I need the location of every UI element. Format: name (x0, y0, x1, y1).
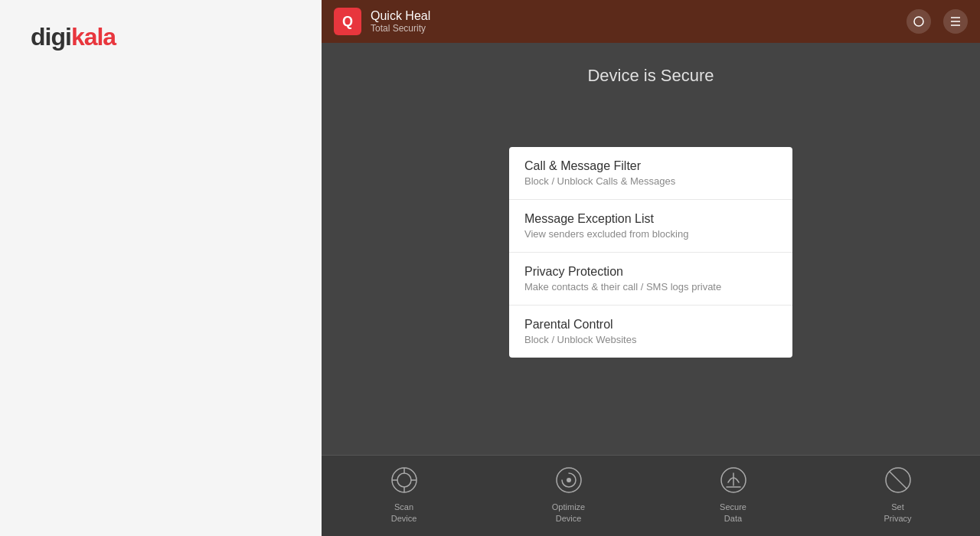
nav-scan-device[interactable]: ScanDevice (377, 463, 431, 524)
secure-data-icon (717, 463, 750, 497)
exception-list-title: Message Exception List (524, 212, 777, 226)
svg-point-0 (914, 17, 923, 26)
menu-item-call-filter[interactable]: Call & Message Filter Block / Unblock Ca… (509, 147, 792, 200)
menu-item-parental-control[interactable]: Parental Control Block / Unblock Website… (509, 306, 792, 358)
nav-secure-data[interactable]: SecureData (707, 463, 760, 524)
nav-set-privacy[interactable]: SetPrivacy (871, 463, 925, 524)
logo-digi-part: digi (31, 23, 71, 51)
app-logo-letter: Q (342, 14, 353, 30)
parental-control-title: Parental Control (524, 318, 777, 332)
header-icons (906, 9, 968, 34)
parental-control-subtitle: Block / Unblock Websites (524, 334, 777, 345)
device-status-text: Device is Secure (587, 66, 714, 86)
left-panel: digikala (0, 0, 322, 536)
right-panel: Q Quick Heal Total Security Device is Se… (322, 0, 980, 536)
set-privacy-label: SetPrivacy (884, 502, 911, 524)
header-circle-button[interactable] (906, 9, 931, 34)
nav-optimize-device[interactable]: OptimizeDevice (542, 463, 596, 524)
bottom-nav: ScanDevice OptimizeDevice (322, 455, 980, 536)
header-menu-button[interactable] (943, 9, 968, 34)
app-subtitle: Total Security (371, 23, 897, 34)
menu-card: Call & Message Filter Block / Unblock Ca… (509, 147, 792, 358)
svg-line-16 (890, 472, 906, 489)
scan-device-label: ScanDevice (391, 502, 417, 524)
call-filter-subtitle: Block / Unblock Calls & Messages (524, 175, 777, 187)
main-content: Device is Secure Call & Message Filter B… (322, 43, 980, 455)
privacy-protection-subtitle: Make contacts & their call / SMS logs pr… (524, 281, 777, 293)
digikala-logo-text: digikala (31, 23, 116, 51)
app-title: Quick Heal (371, 9, 897, 23)
optimize-device-label: OptimizeDevice (552, 502, 585, 524)
optimize-device-icon (552, 463, 586, 497)
menu-item-privacy-protection[interactable]: Privacy Protection Make contacts & their… (509, 253, 792, 306)
secure-data-label: SecureData (720, 502, 746, 524)
scan-device-icon (387, 463, 421, 497)
set-privacy-icon (881, 463, 915, 497)
svg-point-11 (567, 478, 571, 482)
app-title-block: Quick Heal Total Security (371, 9, 897, 34)
call-filter-title: Call & Message Filter (524, 159, 777, 173)
exception-list-subtitle: View senders excluded from blocking (524, 228, 777, 240)
digikala-logo: digikala (31, 23, 116, 51)
app-logo-icon: Q (334, 8, 361, 35)
svg-point-5 (397, 473, 411, 487)
app-header: Q Quick Heal Total Security (322, 0, 980, 43)
logo-kala-part: kala (71, 23, 116, 51)
menu-item-exception-list[interactable]: Message Exception List View senders excl… (509, 200, 792, 253)
privacy-protection-title: Privacy Protection (524, 265, 777, 279)
